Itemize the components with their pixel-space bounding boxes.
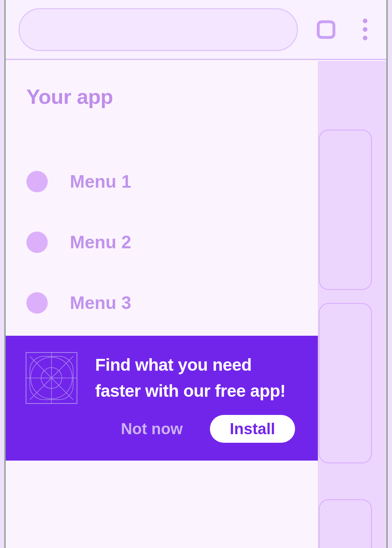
content-card-placeholder — [319, 130, 372, 290]
not-now-button[interactable]: Not now — [110, 413, 194, 444]
navigation-drawer: Your app Menu 1 Menu 2 Menu 3 — [6, 61, 318, 548]
content-card-placeholder — [319, 303, 372, 463]
drawer-menu-item-3[interactable]: Menu 3 — [26, 273, 318, 333]
tabs-icon — [317, 20, 335, 39]
install-button[interactable]: Install — [210, 415, 295, 443]
more-options-button[interactable] — [354, 14, 376, 46]
drawer-menu-list: Menu 1 Menu 2 Menu 3 — [6, 108, 318, 333]
app-blueprint-icon — [26, 352, 77, 404]
menu-item-label: Menu 2 — [70, 232, 131, 253]
app-title: Your app — [6, 61, 318, 108]
browser-top-bar — [6, 0, 386, 60]
page-content: Your app Menu 1 Menu 2 Menu 3 — [6, 61, 386, 548]
install-app-banner: Find what you need faster with our free … — [6, 336, 318, 461]
more-vert-icon — [363, 27, 367, 32]
menu-bullet-icon — [26, 292, 48, 314]
menu-item-label: Menu 3 — [70, 293, 131, 313]
content-card-placeholder — [319, 499, 372, 548]
menu-item-label: Menu 1 — [70, 171, 131, 192]
omnibox-input[interactable] — [19, 8, 298, 51]
more-vert-icon — [363, 36, 367, 40]
menu-bullet-icon — [26, 232, 48, 253]
tab-switcher-button[interactable] — [310, 14, 342, 46]
install-banner-message: Find what you need faster with our free … — [95, 352, 299, 404]
more-vert-icon — [363, 19, 367, 23]
drawer-menu-item-2[interactable]: Menu 2 — [26, 212, 318, 273]
drawer-menu-item-1[interactable]: Menu 1 — [26, 151, 318, 212]
menu-bullet-icon — [26, 171, 48, 192]
